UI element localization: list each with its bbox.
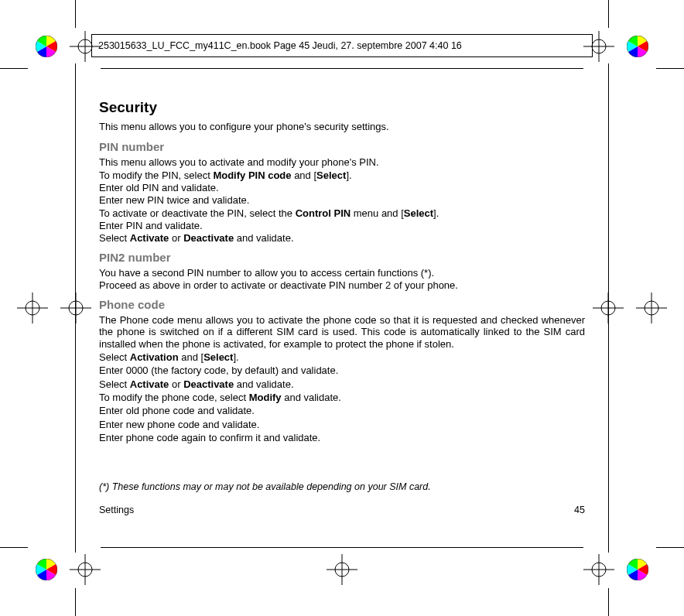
crop-line — [75, 588, 76, 616]
document-header: 253015633_LU_FCC_my411C_en.book Page 45 … — [91, 34, 593, 57]
registration-mark-icon — [327, 554, 357, 585]
crop-line — [656, 547, 684, 548]
page-edge-line — [75, 63, 76, 553]
colorwheel-icon — [36, 559, 57, 580]
registration-mark-icon — [17, 293, 48, 323]
footnote: (*) These functions may or may not be av… — [99, 481, 585, 492]
pin-line: Enter old PIN and validate. — [99, 182, 585, 193]
pin-line: Enter new PIN twice and validate. — [99, 194, 585, 206]
crop-line — [608, 588, 609, 616]
crop-line — [608, 0, 609, 28]
page-edge-line — [608, 63, 609, 553]
page-edge-line — [101, 68, 583, 69]
pin-line: This menu allows you to activate and mod… — [99, 156, 585, 168]
page-edge-line — [101, 547, 583, 548]
section-title-security: Security — [99, 99, 585, 116]
phonecode-line: Enter 0000 (the factory code, by default… — [99, 364, 585, 376]
page-root: { "header": { "text": "253015633_LU_FCC_… — [0, 0, 684, 616]
phonecode-line: Enter phone code again to confirm it and… — [99, 432, 585, 443]
pin-line: Select Activate or Deactivate and valida… — [99, 232, 585, 244]
phonecode-line: Enter old phone code and validate. — [99, 405, 585, 416]
content-area: Security This menu allows you to configu… — [99, 99, 585, 445]
registration-mark-icon — [70, 554, 101, 585]
footer-page-number: 45 — [574, 505, 585, 515]
security-intro: This menu allows you to configure your p… — [99, 121, 585, 132]
crop-line — [0, 547, 28, 548]
phonecode-line: Select Activate or Deactivate and valida… — [99, 378, 585, 390]
footer-section: Settings — [99, 505, 134, 515]
pin2-line: Proceed as above in order to activate or… — [99, 279, 585, 291]
registration-mark-icon — [636, 293, 667, 323]
registration-mark-icon — [583, 554, 614, 585]
heading-phone-code: Phone code — [99, 298, 585, 311]
heading-pin-number: PIN number — [99, 140, 585, 153]
heading-pin2-number: PIN2 number — [99, 251, 585, 264]
pin-line: Enter PIN and validate. — [99, 220, 585, 231]
phonecode-paragraph: The Phone code menu allows you to activa… — [99, 314, 585, 350]
crop-line — [656, 68, 684, 69]
pin-line: To modify the PIN, select Modify PIN cod… — [99, 169, 585, 181]
pin2-line: You have a second PIN number to allow yo… — [99, 267, 585, 279]
phonecode-line: Select Activation and [Select]. — [99, 351, 585, 363]
phonecode-line: To modify the phone code, select Modify … — [99, 392, 585, 403]
colorwheel-icon — [36, 36, 57, 57]
registration-mark-icon — [60, 293, 91, 323]
footnote-text: (*) These functions may or may not be av… — [99, 481, 431, 492]
crop-line — [0, 68, 28, 69]
colorwheel-icon — [627, 36, 648, 57]
document-header-text: 253015633_LU_FCC_my411C_en.book Page 45 … — [98, 40, 462, 51]
page-footer: Settings 45 — [99, 505, 585, 515]
phonecode-line: Enter new phone code and validate. — [99, 419, 585, 430]
pin-line: To activate or deactivate the PIN, selec… — [99, 207, 585, 219]
colorwheel-icon — [627, 559, 648, 580]
crop-line — [75, 0, 76, 28]
